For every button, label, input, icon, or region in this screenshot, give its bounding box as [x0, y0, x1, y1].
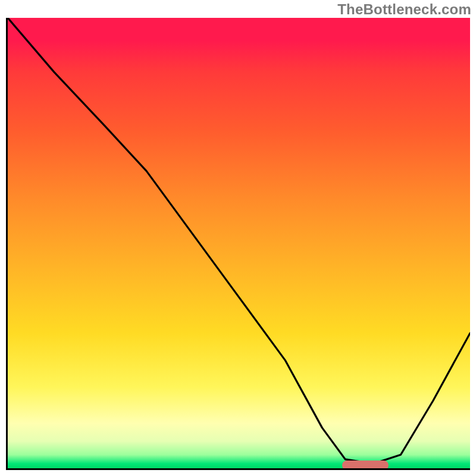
- watermark-text: TheBottleneck.com: [337, 1, 471, 18]
- optimal-range-marker: [342, 461, 389, 470]
- chart-plot-area: [6, 18, 470, 470]
- bottleneck-curve-path: [8, 18, 470, 464]
- chart-curve-svg: [8, 18, 470, 468]
